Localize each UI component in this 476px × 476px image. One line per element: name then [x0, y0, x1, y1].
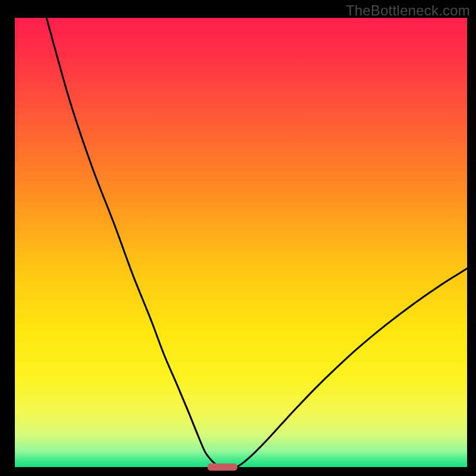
bottleneck-chart	[0, 0, 476, 476]
watermark-text: TheBottleneck.com	[346, 2, 470, 19]
gradient-background	[15, 18, 467, 467]
figure-container: { "watermark": "TheBottleneck.com", "cha…	[0, 0, 476, 476]
optimum-marker	[208, 464, 237, 471]
